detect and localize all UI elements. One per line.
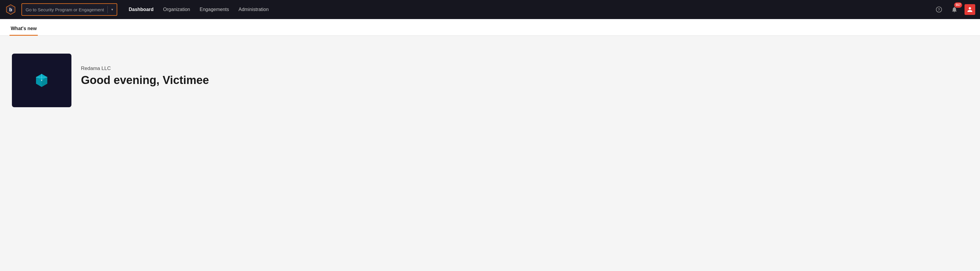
main-content: Redama LLC Good evening, Victimee [0, 36, 980, 271]
nav-link-engagements[interactable]: Engagements [196, 5, 233, 14]
nav-links: Dashboard Organization Engagements Admin… [124, 5, 273, 14]
navbar-right: ? 557 [934, 4, 975, 15]
notification-button[interactable]: 557 [949, 4, 960, 15]
nav-link-dashboard[interactable]: Dashboard [124, 5, 158, 14]
tab-whats-new[interactable]: What's new [10, 22, 38, 36]
navbar: b Go to Security Program or Engagement ▾… [0, 0, 980, 19]
search-divider [107, 6, 108, 13]
svg-text:b: b [9, 7, 12, 12]
search-placeholder-text: Go to Security Program or Engagement [25, 7, 104, 12]
tabs-bar: What's new [0, 19, 980, 36]
company-name: Redama LLC [81, 65, 209, 72]
greeting-section: Redama LLC Good evening, Victimee [81, 54, 209, 87]
search-bar[interactable]: Go to Security Program or Engagement ▾ [21, 3, 117, 16]
nav-link-administration[interactable]: Administration [234, 5, 273, 14]
logo[interactable]: b [5, 3, 17, 16]
svg-text:?: ? [938, 8, 940, 12]
chevron-down-icon: ▾ [111, 8, 113, 12]
company-logo-icon [30, 69, 54, 92]
svg-point-10 [41, 80, 42, 81]
nav-link-organization[interactable]: Organization [159, 5, 194, 14]
company-card [12, 54, 72, 107]
greeting-text: Good evening, Victimee [81, 74, 209, 87]
help-button[interactable]: ? [934, 4, 944, 15]
notification-badge: 557 [954, 2, 962, 8]
content-area: Redama LLC Good evening, Victimee [0, 36, 980, 125]
user-avatar[interactable] [964, 4, 975, 15]
